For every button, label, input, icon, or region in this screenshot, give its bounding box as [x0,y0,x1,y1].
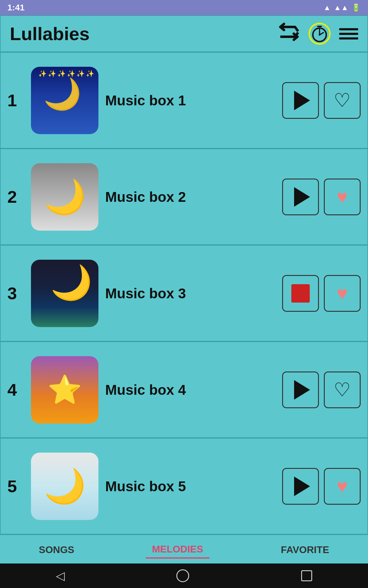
favorite-button-5[interactable]: ♥ [324,468,361,505]
song-thumbnail-3 [31,260,98,327]
tab-favorite[interactable]: FAVORITE [275,542,335,558]
play-button-2[interactable] [282,179,319,215]
heart-icon-1: ♡ [334,91,351,110]
header-icons [278,23,358,45]
tab-songs[interactable]: SONGS [33,542,81,558]
song-row: 4 Music box 4 ♡ [0,341,368,438]
heart-icon-2: ♥ [337,187,348,206]
song-thumbnail-4 [31,356,98,424]
heart-icon-5: ♥ [337,477,348,496]
song-controls-3: ♥ [282,275,361,312]
favorite-button-2[interactable]: ♥ [324,179,361,215]
android-nav: ◁ [0,564,368,588]
play-icon-5 [294,477,310,496]
song-controls-2: ♥ [282,179,361,215]
play-icon-1 [294,91,310,110]
heart-icon-4: ♡ [334,380,351,399]
svg-point-4 [319,34,320,36]
signal-icon: ▲▲ [334,3,348,12]
repeat-icon[interactable] [278,23,300,45]
tab-melodies[interactable]: MELODIES [146,541,209,559]
menu-line-2 [339,33,358,35]
status-time: 1:41 [7,3,25,13]
song-thumbnail-2 [31,163,98,231]
song-name-2: Music box 2 [105,189,275,205]
menu-line-3 [339,37,358,40]
battery-icon: 🔋 [351,3,361,12]
play-button-1[interactable] [282,82,319,119]
favorite-button-3[interactable]: ♥ [324,275,361,312]
header: Lullabies [0,15,368,52]
song-controls-5: ♥ [282,468,361,505]
play-icon-2 [294,187,310,207]
heart-icon-3: ♥ [337,284,348,303]
back-button[interactable]: ◁ [56,569,65,582]
song-thumbnail-1 [31,67,98,134]
bottom-nav: SONGS MELODIES FAVORITE [0,534,368,564]
song-number: 3 [7,283,24,303]
favorite-button-1[interactable]: ♡ [324,82,361,119]
favorite-button-4[interactable]: ♡ [324,371,361,408]
song-number: 4 [7,380,24,400]
song-controls-4: ♡ [282,371,361,408]
play-button-4[interactable] [282,371,319,408]
home-button[interactable] [176,569,189,582]
song-thumbnail-5 [31,453,98,520]
stop-button-3[interactable] [282,275,319,312]
song-row: 3 Music box 3 ♥ [0,245,368,341]
timer-icon[interactable] [309,23,331,45]
song-name-1: Music box 1 [105,92,275,109]
status-bar: 1:41 ▲ ▲▲ 🔋 [0,0,368,15]
song-number: 1 [7,90,24,110]
song-number: 2 [7,187,24,207]
play-button-5[interactable] [282,468,319,505]
song-controls-1: ♡ [282,82,361,119]
song-name-3: Music box 3 [105,285,275,302]
play-icon-4 [294,380,310,400]
song-row: 5 Music box 5 ♥ [0,438,368,534]
song-row: 2 Music box 2 ♥ [0,149,368,245]
song-number: 5 [7,476,24,496]
menu-line-1 [339,28,358,30]
stop-icon-3 [291,284,310,303]
wifi-icon: ▲ [324,3,331,12]
status-icons: ▲ ▲▲ 🔋 [324,3,361,12]
song-list: 1 Music box 1 ♡ 2 Music box 2 [0,52,368,534]
menu-icon[interactable] [339,28,358,40]
song-row: 1 Music box 1 ♡ [0,52,368,149]
song-name-5: Music box 5 [105,478,275,495]
app-title: Lullabies [10,23,90,44]
recent-button[interactable] [301,570,312,581]
app-container: Lullabies [0,15,368,564]
song-name-4: Music box 4 [105,382,275,398]
